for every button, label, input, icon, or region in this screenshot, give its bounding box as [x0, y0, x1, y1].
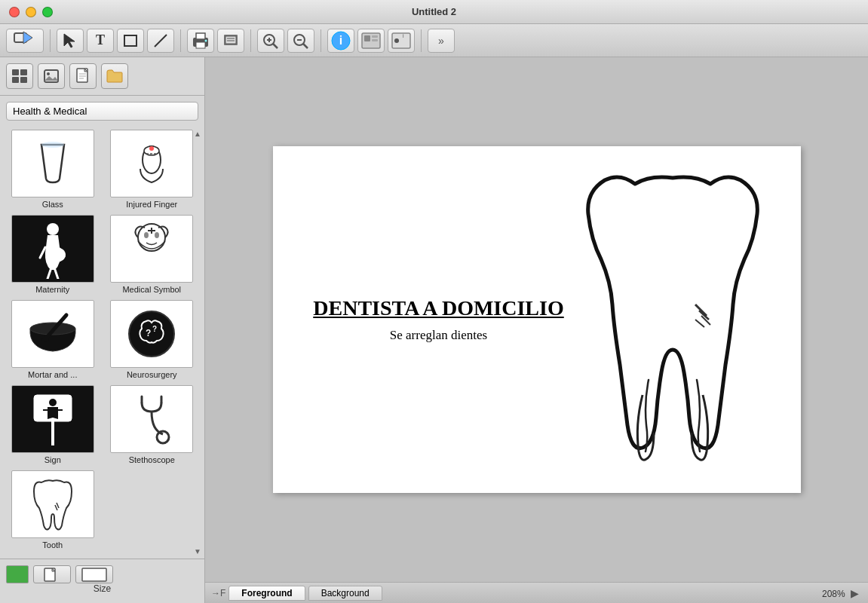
- svg-point-60: [41, 338, 49, 342]
- clip-label-mortar: Mortar and ...: [28, 370, 77, 379]
- svg-point-8: [205, 39, 207, 41]
- maximize-button[interactable]: [42, 7, 53, 17]
- separator-1: [50, 29, 51, 52]
- svg-line-51: [48, 270, 51, 279]
- folder-view-btn[interactable]: [101, 63, 128, 89]
- svg-marker-2: [64, 34, 75, 47]
- status-arrow-icon: →F: [211, 588, 225, 598]
- info-button[interactable]: i: [327, 29, 354, 53]
- svg-text:?: ?: [152, 325, 157, 333]
- status-bar: →F Foreground Background 208% ▶: [205, 582, 868, 603]
- svg-line-14: [273, 44, 278, 48]
- zoom-right-btn[interactable]: ▶: [848, 587, 862, 599]
- doc-title: DENTISTA A DOMICILIO: [313, 296, 563, 320]
- clip-label-medical-symbol: Medical Symbol: [122, 285, 181, 294]
- zoom-display: 208% ▶: [822, 587, 862, 599]
- svg-point-55: [155, 232, 159, 238]
- clip-injured-finger[interactable]: Injured Finger: [106, 130, 199, 209]
- pointer-tool[interactable]: [57, 29, 84, 53]
- print-button[interactable]: [187, 29, 214, 53]
- clip-thumb-stethoscope: [110, 385, 193, 453]
- svg-rect-31: [12, 77, 19, 83]
- clip-neurosurgery[interactable]: ? ? Neurosurgery: [106, 300, 199, 379]
- separator-3: [250, 29, 251, 52]
- doc-subtitle: Se arreglan dientes: [390, 328, 487, 343]
- svg-rect-32: [20, 77, 27, 83]
- clip-label-neurosurgery: Neurosurgery: [127, 370, 177, 379]
- clip-medical-symbol[interactable]: Medical Symbol: [106, 215, 199, 294]
- minimize-button[interactable]: [26, 7, 36, 17]
- tooth-image: [575, 161, 771, 478]
- back-button[interactable]: [6, 29, 44, 53]
- zoom-out-button[interactable]: [287, 29, 314, 53]
- canvas-doc[interactable]: DENTISTA A DOMICILIO Se arreglan dientes: [273, 146, 801, 493]
- category-dropdown[interactable]: Health & Medical Animals Nature Business: [6, 102, 198, 121]
- clip-maternity[interactable]: Maternity: [6, 215, 100, 294]
- main-area: Health & Medical Animals Nature Business: [0, 57, 868, 603]
- clip-tooth[interactable]: Tooth: [6, 470, 100, 549]
- top-icon-bar: [0, 57, 204, 96]
- canvas-area: DENTISTA A DOMICILIO Se arreglan dientes: [205, 57, 868, 582]
- clip-thumb-neurosurgery: ? ?: [110, 300, 193, 368]
- svg-rect-24: [372, 35, 378, 38]
- close-button[interactable]: [9, 7, 20, 17]
- svg-point-61: [129, 311, 174, 357]
- svg-text:?: ?: [146, 328, 151, 338]
- clip-stethoscope[interactable]: Stethoscope: [106, 385, 199, 464]
- svg-point-54: [144, 232, 149, 238]
- shape-tool[interactable]: [117, 29, 144, 53]
- toolbar: T: [0, 24, 868, 57]
- library2-button[interactable]: i: [388, 29, 415, 53]
- svg-point-42: [41, 142, 64, 148]
- line-tool[interactable]: [147, 29, 174, 53]
- svg-line-4: [155, 35, 167, 47]
- svg-rect-23: [364, 35, 370, 41]
- doc-text-section: DENTISTA A DOMICILIO Se arreglan dientes: [303, 296, 575, 343]
- clip-label-glass: Glass: [42, 200, 63, 209]
- separator-5: [421, 29, 422, 52]
- category-select[interactable]: Health & Medical Animals Nature Business: [6, 102, 198, 121]
- scroll-up-arrow[interactable]: ▲: [194, 130, 201, 138]
- size-color-btn[interactable]: [6, 565, 29, 583]
- more-button[interactable]: »: [428, 29, 455, 53]
- svg-marker-1: [23, 32, 32, 44]
- svg-point-34: [47, 72, 50, 75]
- clip-thumb-glass: [11, 130, 94, 197]
- svg-line-71: [57, 503, 59, 508]
- tab-background[interactable]: Background: [308, 586, 382, 601]
- window-title: Untitled 2: [412, 6, 456, 17]
- svg-rect-6: [196, 33, 205, 39]
- size-page-btn[interactable]: [33, 565, 71, 583]
- text-tool[interactable]: T: [87, 29, 114, 53]
- separator-4: [321, 29, 321, 52]
- svg-line-72: [55, 505, 57, 510]
- print2-button[interactable]: [217, 29, 244, 53]
- clip-thumb-tooth: [11, 470, 94, 538]
- svg-rect-7: [196, 42, 205, 48]
- left-panel: Health & Medical Animals Nature Business: [0, 57, 205, 603]
- svg-point-66: [49, 399, 57, 406]
- photo-view-btn[interactable]: [38, 63, 65, 89]
- page-view-btn[interactable]: [69, 63, 97, 89]
- zoom-in-button[interactable]: [257, 29, 284, 53]
- bottom-panel: Size: [0, 559, 204, 603]
- clip-glass[interactable]: Glass: [6, 130, 100, 209]
- content-area: DENTISTA A DOMICILIO Se arreglan dientes: [205, 57, 868, 603]
- scroll-down-arrow[interactable]: ▼: [194, 547, 201, 556]
- size-wide-btn[interactable]: [75, 565, 113, 583]
- svg-rect-29: [12, 69, 19, 75]
- svg-point-47: [47, 223, 59, 235]
- library-button[interactable]: [357, 29, 385, 53]
- size-controls: [6, 565, 198, 583]
- title-bar: Untitled 2: [0, 0, 868, 24]
- clip-thumb-mortar: [11, 300, 94, 368]
- svg-line-49: [40, 247, 45, 258]
- tab-foreground[interactable]: Foreground: [229, 586, 305, 601]
- svg-rect-75: [82, 568, 106, 581]
- clip-thumb-medical-symbol: [110, 215, 193, 283]
- separator-2: [180, 29, 181, 52]
- clip-label-injured-finger: Injured Finger: [126, 200, 177, 209]
- clip-mortar[interactable]: Mortar and ...: [6, 300, 100, 379]
- clip-sign[interactable]: Sign: [6, 385, 100, 464]
- grid-view-btn[interactable]: [6, 63, 33, 89]
